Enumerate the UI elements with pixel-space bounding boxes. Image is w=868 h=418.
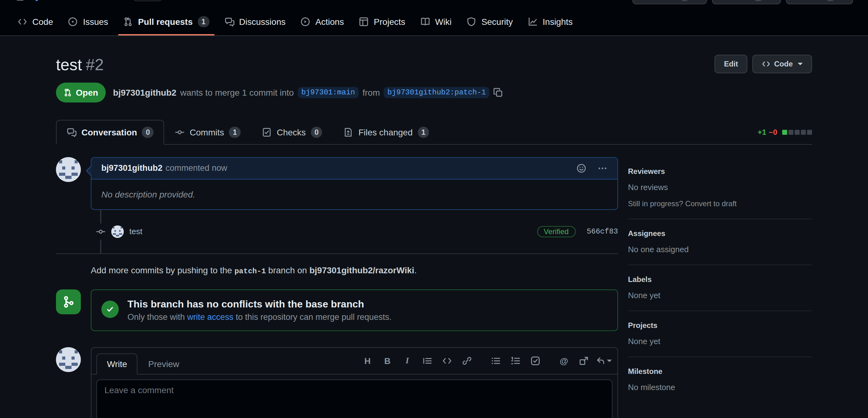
composer-box: Write Preview H B I xyxy=(91,347,618,418)
link-button[interactable] xyxy=(458,352,476,369)
watch-count: 1 xyxy=(679,0,690,1)
sidebar-reviewers: Reviewers No reviews Still in progress? … xyxy=(628,157,812,219)
markdown-toolbar: H B I @ xyxy=(359,352,613,374)
comment-discussion-icon xyxy=(66,127,76,137)
labels-heading[interactable]: Labels xyxy=(628,275,812,283)
sidebar-milestone: Milestone No milestone xyxy=(628,357,812,402)
bold-button[interactable]: B xyxy=(379,352,396,369)
pr-number: #2 xyxy=(86,55,104,74)
check-icon xyxy=(101,300,119,318)
wiki-icon xyxy=(420,17,430,27)
tab-files-changed[interactable]: Files changed 1 xyxy=(333,119,440,144)
pr-state-badge: Open xyxy=(56,82,106,102)
task-list-button[interactable] xyxy=(527,352,544,369)
breadcrumb-separator: / xyxy=(71,0,74,1)
code-dropdown-button[interactable]: Code xyxy=(752,55,812,73)
tab-conversation[interactable]: Conversation 0 xyxy=(56,119,164,144)
git-commit-icon xyxy=(175,127,185,137)
tab-projects[interactable]: Projects xyxy=(354,9,410,35)
repo-title-row: bj97301 / razorWiki Public Watch 1 Fork … xyxy=(0,0,868,8)
file-diff-icon xyxy=(344,127,353,137)
merge-status-title: This branch has no conflicts with the ba… xyxy=(127,299,392,310)
milestone-heading[interactable]: Milestone xyxy=(628,367,812,376)
additions-count: +1 xyxy=(757,128,766,136)
tab-insights[interactable]: Insights xyxy=(523,9,578,35)
sidebar-labels: Labels None yet xyxy=(628,265,812,311)
mention-button[interactable]: @ xyxy=(555,352,572,369)
branch-name-code: patch-1 xyxy=(235,267,266,275)
comment-box: bj97301github2 commented now No descript… xyxy=(91,157,618,210)
watch-button[interactable]: Watch 1 xyxy=(632,0,707,4)
diff-blocks xyxy=(781,130,812,135)
head-branch-label[interactable]: bj97301github2:patch-1 xyxy=(384,86,490,98)
commit-entry: test Verified 566cf83 xyxy=(56,218,618,244)
pr-title: test#2 xyxy=(56,55,104,75)
tab-actions[interactable]: Actions xyxy=(296,9,349,35)
comment-author-link[interactable]: bj97301github2 xyxy=(101,163,163,173)
avatar[interactable] xyxy=(111,225,124,238)
star-button[interactable]: Star 0 xyxy=(786,0,853,4)
push-hint: Add more commits by pushing to the patch… xyxy=(91,265,618,275)
pr-header: test#2 Edit Code Open bj97301gi xyxy=(56,36,812,102)
tab-security[interactable]: Security xyxy=(461,9,518,35)
write-access-link[interactable]: write access xyxy=(187,312,234,321)
repo-owner-link[interactable]: bj97301 xyxy=(30,0,66,1)
pull-requests-count: 1 xyxy=(198,16,209,27)
commit-message-link[interactable]: test xyxy=(129,227,143,236)
verified-badge[interactable]: Verified xyxy=(537,226,576,237)
copy-branch-button[interactable] xyxy=(493,87,503,97)
write-tab[interactable]: Write xyxy=(96,353,138,374)
unordered-list-button[interactable] xyxy=(487,352,504,369)
base-branch-label[interactable]: bj97301:main xyxy=(298,86,359,98)
repo-tab-nav: Code Issues Pull requests 1 Discussions … xyxy=(0,8,868,35)
merge-status: This branch has no conflicts with the ba… xyxy=(56,289,618,331)
avatar[interactable] xyxy=(56,157,81,182)
fork-button[interactable]: Fork 1 xyxy=(712,0,781,4)
pr-sidebar: Reviewers No reviews Still in progress? … xyxy=(628,157,812,402)
repo-actions: Watch 1 Fork 1 Star 0 xyxy=(632,0,853,4)
comment-body: No description provided. xyxy=(91,179,617,209)
edit-button[interactable]: Edit xyxy=(715,55,747,73)
emoji-reaction-button[interactable] xyxy=(577,163,586,173)
pr-author-link[interactable]: bj97301github2 xyxy=(113,87,177,97)
cross-reference-button[interactable] xyxy=(575,352,593,369)
conversation-thread: bj97301github2 commented now No descript… xyxy=(56,157,618,418)
tab-code[interactable]: Code xyxy=(12,9,58,35)
preview-tab[interactable]: Preview xyxy=(138,353,190,374)
commit-sha-link[interactable]: 566cf83 xyxy=(587,227,618,236)
actions-icon xyxy=(301,17,311,27)
files-changed-count: 1 xyxy=(417,127,429,138)
kebab-menu-button[interactable] xyxy=(597,163,608,173)
tab-commits[interactable]: Commits 1 xyxy=(164,119,251,144)
git-commit-icon xyxy=(96,223,106,239)
tab-wiki[interactable]: Wiki xyxy=(415,9,457,35)
commits-count: 1 xyxy=(229,127,241,138)
git-merge-icon xyxy=(56,289,81,314)
merge-description: wants to merge 1 commit into xyxy=(180,87,294,97)
sidebar-assignees: Assignees No one assigned xyxy=(628,219,812,265)
assignees-empty-text: No one assigned xyxy=(628,244,812,254)
projects-heading[interactable]: Projects xyxy=(628,321,812,329)
ordered-list-button[interactable] xyxy=(507,352,524,369)
graph-icon xyxy=(528,17,538,27)
saved-replies-button[interactable] xyxy=(595,352,613,369)
assignees-heading[interactable]: Assignees xyxy=(628,229,812,238)
convert-to-draft-link[interactable]: Convert to draft xyxy=(685,199,737,208)
comment-timestamp[interactable]: commented now xyxy=(166,163,227,173)
repo-breadcrumb: bj97301 / razorWiki Public xyxy=(15,0,163,1)
star-count: 0 xyxy=(825,0,836,1)
reviewers-heading[interactable]: Reviewers xyxy=(628,167,812,175)
tab-checks[interactable]: Checks 0 xyxy=(251,119,333,144)
repo-name-link[interactable]: razorWiki xyxy=(79,0,123,1)
tab-issues[interactable]: Issues xyxy=(63,9,113,35)
pr-description-comment: bj97301github2 commented now No descript… xyxy=(56,157,618,210)
tab-discussions[interactable]: Discussions xyxy=(219,9,290,35)
tab-pull-requests[interactable]: Pull requests 1 xyxy=(118,8,214,35)
heading-button[interactable]: H xyxy=(359,352,376,369)
comment-textarea[interactable] xyxy=(96,379,613,418)
code-button[interactable] xyxy=(438,352,456,369)
timeline-divider xyxy=(56,253,618,254)
italic-button[interactable]: I xyxy=(399,352,416,369)
comment-header: bj97301github2 commented now xyxy=(91,158,617,179)
quote-button[interactable] xyxy=(418,352,436,369)
